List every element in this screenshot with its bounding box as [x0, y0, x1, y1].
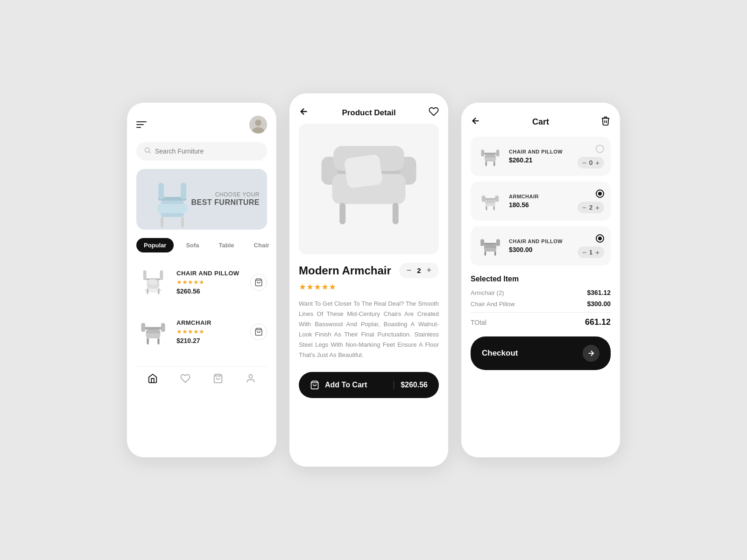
- hero-line2: BEST FURNITURE: [191, 198, 260, 208]
- detail-header: Product Detail: [299, 106, 439, 119]
- cart-item-image: [477, 143, 503, 169]
- product-hero-image: [299, 124, 439, 254]
- svg-rect-49: [493, 161, 495, 166]
- cart-back-button[interactable]: [471, 116, 481, 128]
- svg-rect-28: [157, 338, 159, 345]
- svg-rect-18: [147, 288, 148, 294]
- nav-user-icon[interactable]: [246, 373, 256, 386]
- checkout-label: Checkout: [482, 349, 518, 358]
- add-to-cart-icon-button[interactable]: [250, 274, 267, 291]
- product-item: CHAIR AND PILLOW ★★★★★ $260.56: [136, 261, 267, 304]
- cart-item-radio-selected[interactable]: [596, 189, 604, 198]
- cart-item-price: $300.00: [509, 246, 572, 253]
- add-to-cart-icon-button[interactable]: [250, 323, 267, 340]
- search-input[interactable]: [155, 147, 260, 155]
- svg-rect-59: [480, 239, 484, 246]
- product-item: ARMCHAIR ★★★★★ $210.27: [136, 310, 267, 353]
- checkout-arrow-icon: [583, 345, 599, 362]
- cart-qty-increment[interactable]: +: [595, 159, 599, 167]
- cart-items-list: CHAIR AND PILLOW $260.21 − 0 +: [471, 137, 611, 266]
- cart-item-radio[interactable]: [596, 145, 604, 153]
- search-bar[interactable]: [136, 142, 267, 161]
- selected-item-label: Armchair (2): [471, 289, 504, 296]
- favorites-button[interactable]: [429, 106, 439, 119]
- category-table[interactable]: Table: [211, 238, 242, 252]
- cart-qty-value: 2: [589, 204, 592, 211]
- quantity-value: 2: [417, 266, 421, 274]
- add-to-cart-price: $260.56: [394, 381, 428, 389]
- product-name: ARMCHAIR: [176, 319, 244, 326]
- cart-item-controls: − 1 +: [578, 234, 604, 258]
- svg-rect-40: [344, 154, 383, 189]
- cart-armchair-icon: [478, 189, 502, 213]
- cart-item-price: $260.21: [509, 156, 572, 164]
- svg-rect-62: [485, 252, 486, 256]
- svg-line-4: [149, 152, 151, 154]
- svg-rect-53: [495, 196, 499, 202]
- svg-rect-11: [181, 217, 184, 227]
- product-stars: ★★★★★: [176, 279, 244, 286]
- cart-item-controls: − 0 +: [578, 145, 604, 168]
- categories: Popular Sofa Table Chair Bad: [136, 238, 267, 252]
- cart-item: CHAIR AND PILLOW $260.21 − 0 +: [471, 137, 611, 176]
- nav-home-icon[interactable]: [148, 373, 158, 386]
- category-chair[interactable]: Chair: [247, 238, 276, 252]
- cart-qty-decrement[interactable]: −: [582, 248, 586, 256]
- cart-item-image: [477, 233, 503, 259]
- cart-page-title: Cart: [532, 117, 549, 127]
- svg-rect-60: [496, 239, 500, 246]
- svg-rect-9: [157, 204, 187, 213]
- detail-screen: Product Detail: [289, 93, 448, 467]
- svg-rect-54: [486, 203, 495, 206]
- svg-point-3: [145, 148, 149, 152]
- cart-chair1-icon: [478, 144, 502, 168]
- svg-rect-57: [483, 243, 497, 245]
- category-popular[interactable]: Popular: [136, 238, 174, 252]
- nav-cart-icon[interactable]: [213, 373, 223, 386]
- checkout-button[interactable]: Checkout: [471, 336, 611, 370]
- product-price: $260.56: [176, 287, 244, 295]
- svg-rect-52: [482, 196, 486, 202]
- svg-rect-56: [493, 206, 495, 210]
- detail-description: Want To Get Closer To The Real Deal? The…: [299, 299, 439, 361]
- svg-rect-10: [161, 217, 163, 227]
- svg-rect-25: [161, 323, 165, 332]
- cart-item-name: CHAIR AND PILLOW: [509, 238, 572, 244]
- svg-rect-55: [486, 206, 487, 210]
- cart-qty-decrement[interactable]: −: [582, 159, 586, 167]
- svg-rect-63: [494, 252, 496, 256]
- cart-qty-increment[interactable]: +: [595, 203, 599, 211]
- chair-pillow-icon: [137, 266, 169, 298]
- cart-qty-decrement[interactable]: −: [582, 203, 586, 211]
- avatar[interactable]: [249, 116, 267, 133]
- svg-point-1: [255, 120, 261, 126]
- delete-cart-button[interactable]: [600, 116, 611, 128]
- qty-decrement-button[interactable]: −: [406, 266, 413, 275]
- total-value: 661.12: [585, 317, 611, 327]
- cart-qty-increment[interactable]: +: [595, 248, 599, 256]
- category-sofa[interactable]: Sofa: [178, 238, 206, 252]
- cart-item-name: CHAIR AND PILLOW: [509, 149, 572, 154]
- cart-item-image: [477, 188, 503, 214]
- nav-favorites-icon[interactable]: [180, 373, 190, 386]
- add-to-cart-button[interactable]: Add To Cart $260.56: [299, 372, 439, 398]
- hero-line1: CHOOSE YOUR: [191, 191, 260, 198]
- svg-rect-61: [484, 248, 496, 251]
- cart-item-price: 180.56: [509, 201, 572, 209]
- add-to-cart-label-area: Add To Cart: [310, 380, 367, 390]
- product-name: CHAIR AND PILLOW: [176, 270, 244, 277]
- svg-rect-24: [141, 323, 146, 332]
- cart-screen: Cart: [461, 103, 620, 457]
- svg-rect-48: [486, 161, 487, 166]
- cart-item-qty: − 2 +: [578, 202, 604, 213]
- svg-rect-16: [160, 271, 163, 280]
- svg-rect-38: [339, 203, 345, 224]
- cart-qty-value: 0: [589, 159, 592, 166]
- svg-rect-47: [485, 158, 495, 161]
- qty-increment-button[interactable]: +: [425, 266, 432, 275]
- add-to-cart-label: Add To Cart: [325, 381, 367, 389]
- cart-item-radio-selected[interactable]: [596, 234, 604, 243]
- bottom-nav: [136, 366, 267, 386]
- back-button[interactable]: [299, 106, 309, 119]
- menu-icon[interactable]: [136, 121, 147, 128]
